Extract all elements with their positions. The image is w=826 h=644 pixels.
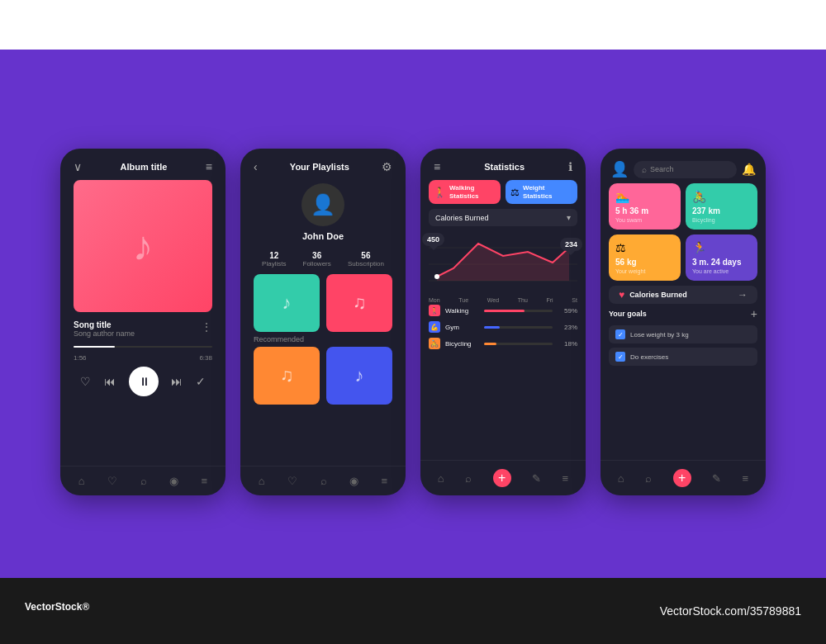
gym-pct: 23% (558, 324, 577, 331)
tab-walking[interactable]: 🚶 Walking Statistics (429, 180, 501, 204)
phone-statistics: ≡ Statistics ℹ 🚶 Walking Statistics ⚖ We… (420, 149, 586, 495)
hamburger-icon[interactable]: ≡ (434, 160, 440, 173)
prev-icon[interactable]: ⏮ (104, 375, 116, 388)
card-weight[interactable]: ⚖ 56 kg Your weight (609, 234, 681, 281)
vectorstock-url: VectorStock.com/35789881 (660, 604, 801, 618)
goal-item-2[interactable]: ✓ Do exercises (609, 348, 757, 366)
goals-header: Your goals + (609, 307, 757, 320)
home-icon[interactable]: ⌂ (78, 475, 85, 487)
stat-playlists-num: 12 (262, 251, 286, 260)
music-player-header: ∨ Album title ≡ (60, 149, 225, 180)
gym-bar-fill (484, 326, 500, 329)
bicycling-label: Bicycling (692, 217, 751, 223)
search-icon-3[interactable]: ⌕ (465, 472, 472, 485)
playlist-grid: ♪ ♫ (240, 274, 406, 332)
menu-icon[interactable]: ≡ (206, 160, 212, 173)
playlist-card-1[interactable]: ♪ (254, 274, 320, 332)
notification-icon[interactable]: 🔔 (742, 163, 756, 176)
tooltip-234: 234 (560, 238, 582, 251)
menu-nav-icon[interactable]: ≡ (202, 475, 208, 487)
heart-calories-icon: ♥ (619, 289, 624, 301)
album-title: Album title (120, 162, 167, 172)
settings-icon[interactable]: ⚙ (382, 160, 392, 173)
radio-icon-2[interactable]: ◉ (349, 475, 358, 487)
bottom-nav-2: ⌂ ♡ ⌕ ◉ ≡ (240, 466, 406, 495)
playlist-card-4[interactable]: ♪ (326, 347, 392, 405)
heart-nav-icon[interactable]: ♡ (107, 475, 117, 487)
search-nav-icon[interactable]: ⌕ (140, 475, 147, 487)
user-profile-icon[interactable]: 👤 (610, 160, 629, 178)
day-tue: Tue (458, 297, 468, 303)
check-icon[interactable]: ✓ (196, 375, 206, 388)
walking-bar-fill (484, 310, 525, 312)
card-swimming[interactable]: 🏊 5 h 36 m You swam (609, 183, 681, 230)
gym-dot: 💪 (429, 321, 440, 333)
menu-icon-4[interactable]: ≡ (743, 472, 749, 485)
stats-title: Statistics (484, 162, 525, 172)
svg-point-4 (434, 274, 439, 279)
menu-nav-icon-2[interactable]: ≡ (382, 475, 388, 487)
checkmark-2: ✓ (618, 353, 624, 361)
search-nav-icon-2[interactable]: ⌕ (320, 475, 327, 487)
tab-walking-label: Walking Statistics (449, 184, 496, 200)
song-author: Song author name (74, 329, 135, 338)
walking-dot: 🚶 (429, 305, 440, 316)
bicycling-pct: 18% (558, 340, 577, 348)
progress-bar[interactable] (74, 346, 212, 348)
bicycling-card-icon: 🚴 (692, 190, 751, 203)
arrow-right-icon: → (738, 289, 748, 301)
user-profile: 👤 John Doe (240, 180, 406, 248)
checkbox-2[interactable]: ✓ (615, 352, 625, 362)
vectorstock-logo: VectorStock® (25, 600, 89, 622)
checkbox-1[interactable]: ✓ (615, 329, 625, 339)
add-button-4[interactable]: + (673, 469, 691, 487)
bicycling-bar-fill (484, 343, 496, 345)
card-active[interactable]: 🏃 3 m. 24 days You are active (686, 234, 757, 281)
playlist-card-3[interactable]: ♫ (254, 347, 320, 405)
goal-item-1[interactable]: ✓ Lose weight by 3 kg (609, 325, 757, 343)
stat-playlists: 12 Playlists (262, 251, 286, 268)
add-button[interactable]: + (493, 469, 511, 487)
chevron-down-icon[interactable]: ∨ (74, 160, 82, 173)
chevron-icon: ▾ (567, 213, 571, 222)
dropdown-row: Calories Burned ▾ (420, 209, 586, 231)
card-bicycling[interactable]: 🚴 237 km Bicycling (686, 183, 757, 230)
day-st: St (572, 297, 577, 303)
radio-icon[interactable]: ◉ (169, 475, 178, 487)
playlists-title: Your Playlists (290, 162, 349, 172)
search-icon-4b[interactable]: ⌕ (645, 472, 652, 485)
back-icon[interactable]: ‹ (254, 160, 258, 173)
home-icon-3[interactable]: ⌂ (438, 472, 444, 485)
gym-name: Gym (445, 324, 479, 331)
home-icon-4[interactable]: ⌂ (618, 472, 624, 485)
stat-subscription-num: 56 (348, 251, 384, 260)
gym-bar-track (484, 326, 553, 329)
stat-subscription: 56 Subscription (348, 251, 384, 268)
user-name: John Doe (302, 231, 344, 241)
heart-icon[interactable]: ♡ (80, 375, 91, 388)
pause-button[interactable]: ⏸ (129, 367, 159, 396)
next-icon[interactable]: ⏭ (171, 375, 183, 388)
tab-weight[interactable]: ⚖ Weight Statistics (506, 180, 577, 204)
day-fri: Fri (546, 297, 553, 303)
heart-nav-icon-2[interactable]: ♡ (287, 475, 297, 487)
line-chart (429, 231, 577, 289)
more-options-icon[interactable]: ⋮ (201, 320, 212, 334)
stats-header: ≡ Statistics ℹ (420, 149, 586, 180)
edit-icon-4[interactable]: ✎ (712, 472, 721, 485)
search-bar[interactable]: ⌕ Search (634, 161, 737, 178)
add-goal-icon[interactable]: + (751, 307, 757, 320)
walking-name: Walking (445, 307, 479, 315)
music-icon-2: ♫ (353, 292, 367, 314)
calories-burned-row[interactable]: ♥ Calories Burned → (609, 286, 757, 304)
calories-dropdown[interactable]: Calories Burned ▾ (429, 209, 577, 226)
music-icon-3: ♫ (280, 365, 294, 386)
stat-followers-num: 36 (303, 251, 331, 260)
edit-icon-3[interactable]: ✎ (532, 472, 541, 485)
menu-icon-3[interactable]: ≡ (563, 472, 569, 485)
home-icon-2[interactable]: ⌂ (259, 475, 265, 487)
walking-icon: 🚶 (434, 187, 446, 198)
info-icon[interactable]: ℹ (568, 160, 572, 173)
bottom-bar: VectorStock® VectorStock.com/35789881 (0, 578, 826, 644)
playlist-card-2[interactable]: ♫ (326, 274, 392, 332)
